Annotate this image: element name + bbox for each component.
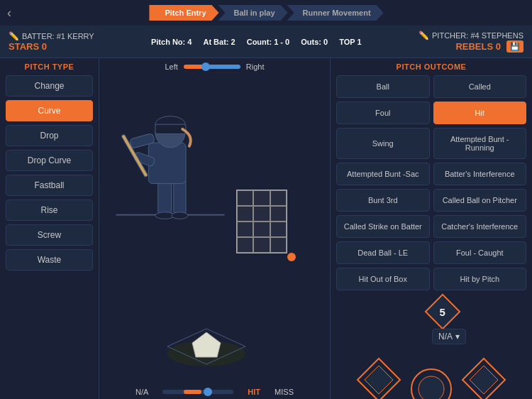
top-nav: ‹ Pitch Entry Ball in play Runner Moveme… (0, 0, 532, 26)
hit-label: HIT (248, 388, 260, 396)
pitcher-edit-icon[interactable]: ✏️ (419, 31, 429, 40)
home-plate-area (164, 325, 249, 371)
outcome-btn-hit-out-of-box[interactable]: Hit Out of Box (336, 268, 430, 290)
sz-cell-3[interactable] (270, 190, 287, 206)
nav-steps: Pitch Entry Ball in play Runner Movement (149, 5, 382, 21)
nav-step-ball-in-play[interactable]: Ball in play (218, 5, 288, 21)
pitch-btn-fastball[interactable]: Fastball (6, 175, 93, 196)
center-panel: Left Right (99, 58, 330, 399)
nav-step-runner-movement[interactable]: Runner Movement (287, 5, 384, 21)
lr-slider-row: Left Right (165, 62, 264, 71)
outcome-btn-foul-caught[interactable]: Foul - Caught (433, 241, 527, 264)
svg-marker-23 (470, 366, 498, 394)
pitch-btn-change[interactable]: Change (6, 75, 93, 97)
batter-area (99, 71, 330, 385)
header-right: ✏️ PITCHER: #4 STEPHENS REBELS 0 💾 (419, 31, 523, 53)
pitch-outcome-panel: PITCH OUTCOME Ball Called Foul Hit Swing… (330, 58, 532, 399)
outcome-grid: Ball Called Foul Hit Swing Attempted Bun… (336, 75, 526, 290)
sz-cell-8[interactable] (253, 222, 270, 237)
svg-point-4 (172, 212, 188, 219)
na-select[interactable]: N/A ▾ (432, 329, 466, 344)
outcome-btn-ball[interactable]: Ball (336, 75, 430, 98)
sz-cell-9[interactable] (270, 222, 287, 237)
pitch-btn-curve[interactable]: Curve (6, 100, 93, 121)
miss-label: MISS (275, 388, 294, 396)
third-base-diamond: 3RD (354, 355, 404, 399)
outcome-btn-hit-by-pitch[interactable]: Hit by Pitch (433, 268, 527, 290)
na-label: N/A (135, 388, 148, 396)
outcome-btn-attempted-bunt-running[interactable]: Attempted Bunt -Running (433, 128, 527, 159)
pitch-btn-screw[interactable]: Screw (6, 224, 93, 246)
hit-slider-thumb[interactable] (204, 388, 212, 396)
nav-step-pitch-entry[interactable]: Pitch Entry (149, 5, 218, 21)
sz-cell-6[interactable] (270, 206, 287, 222)
count: Count: 1 - 0 (247, 38, 290, 46)
sz-cell-1[interactable] (237, 190, 253, 206)
svg-marker-17 (192, 332, 221, 357)
svg-point-21 (419, 376, 444, 399)
batter-name: ✏️ BATTER: #1 KERRY (9, 31, 94, 41)
pitch-btn-drop[interactable]: Drop (6, 125, 93, 146)
pitch-no: Pitch No: 4 (151, 38, 192, 46)
header-center: Pitch No: 4 At Bat: 2 Count: 1 - 0 Outs:… (151, 38, 362, 46)
sz-cell-11[interactable] (253, 237, 270, 253)
batter-silhouette (106, 78, 234, 241)
save-button[interactable]: 💾 (506, 40, 523, 53)
left-label: Left (165, 62, 177, 71)
inning-number: 5 (440, 306, 445, 318)
right-label: Right (246, 62, 265, 71)
outcome-btn-foul[interactable]: Foul (336, 102, 430, 124)
mini-diamonds-row: 3RD 1ST (336, 355, 526, 399)
outcome-btn-attempted-bunt-sac[interactable]: Attempted Bunt -Sac (336, 163, 430, 185)
main-content: PITCH TYPE Change Curve Drop Drop Curve … (0, 58, 532, 399)
outcome-btn-called[interactable]: Called (433, 75, 527, 98)
sz-cell-4[interactable] (237, 206, 253, 222)
pitch-btn-drop-curve[interactable]: Drop Curve (6, 150, 93, 171)
first-base-diamond: 1ST (459, 355, 509, 399)
svg-marker-19 (365, 366, 393, 394)
lr-slider-track[interactable] (184, 65, 240, 69)
top-inning: TOP 1 (339, 38, 362, 46)
pitch-type-panel: PITCH TYPE Change Curve Drop Drop Curve … (0, 58, 99, 399)
outcome-btn-called-strike-batter[interactable]: Called Strike on Batter (336, 215, 430, 238)
batter-team-score: STARS 0 (9, 41, 47, 52)
hit-slider-fill (184, 390, 201, 394)
sz-cell-12[interactable] (270, 237, 287, 253)
sz-cell-10[interactable] (237, 237, 253, 253)
pitch-type-title: PITCH TYPE (6, 62, 93, 71)
hit-slider-row: N/A HIT MISS (135, 388, 294, 399)
pitch-outcome-title: PITCH OUTCOME (336, 62, 526, 71)
batter-edit-icon[interactable]: ✏️ (9, 31, 19, 41)
sz-cell-5[interactable] (253, 206, 270, 222)
at-bat: At Bat: 2 (203, 38, 235, 46)
inning-badge: 5 (425, 294, 461, 330)
svg-rect-2 (174, 179, 186, 214)
outcome-btn-batters-interference[interactable]: Batter's Interference (433, 163, 527, 185)
outcome-btn-catchers-interference[interactable]: Catcher's Interference (433, 215, 527, 238)
hit-slider-track[interactable] (162, 390, 233, 394)
outcome-btn-called-ball-pitcher[interactable]: Called Ball on Pitcher (433, 189, 527, 212)
header-bar: ✏️ BATTER: #1 KERRY STARS 0 Pitch No: 4 … (0, 26, 532, 58)
outcome-btn-bunt-3rd[interactable]: Bunt 3rd (336, 189, 430, 212)
outs: Outs: 0 (301, 38, 328, 46)
back-button[interactable]: ‹ (7, 6, 11, 21)
ball-position-dot[interactable] (287, 253, 296, 261)
lr-slider-thumb[interactable] (201, 62, 210, 71)
strike-zone[interactable] (236, 190, 287, 253)
home-plate-diamond (406, 364, 456, 399)
pitcher-team-score: REBELS 0 (455, 41, 501, 52)
sz-cell-2[interactable] (253, 190, 270, 206)
pitch-btn-rise[interactable]: Rise (6, 200, 93, 221)
svg-rect-1 (158, 179, 172, 214)
header-left: ✏️ BATTER: #1 KERRY STARS 0 (9, 31, 94, 52)
inning-section: 5 N/A ▾ 3RD (336, 296, 526, 399)
pitch-btn-waste[interactable]: Waste (6, 249, 93, 270)
outcome-btn-swing[interactable]: Swing (336, 128, 430, 159)
sz-cell-7[interactable] (237, 222, 253, 237)
outcome-btn-dead-ball-le[interactable]: Dead Ball - LE (336, 241, 430, 264)
outcome-btn-hit[interactable]: Hit (433, 102, 527, 124)
pitcher-name: ✏️ PITCHER: #4 STEPHENS (419, 31, 523, 40)
